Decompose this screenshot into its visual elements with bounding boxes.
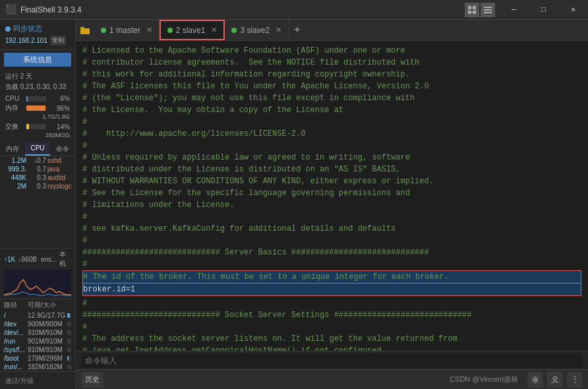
term-line: # limitations under the License. [82, 199, 581, 211]
term-line: # the License. You may obtain a copy of … [82, 104, 581, 116]
disk-section: 路径 可用/大小 / 12.9G/17.7G /dev 900M/900M /d… [0, 299, 75, 371]
term-line: # The ASF licenses this file to You unde… [82, 80, 581, 92]
tab-cmd[interactable]: 命令 [50, 142, 75, 156]
bottom-toolbar: 历史 CSDN @Vincent道格 ⋮ [76, 369, 588, 389]
ip-row: 192.168.2.101 复制 [5, 36, 70, 45]
swap-stat-row: 交换 14% [0, 121, 75, 132]
term-line: # The address the socket server listens … [82, 333, 581, 345]
disk-path-label: 路径 [4, 301, 25, 310]
svg-point-8 [554, 376, 557, 380]
command-bar [76, 351, 588, 369]
disk-header: 路径 可用/大小 [0, 299, 75, 311]
term-line: # [82, 321, 581, 333]
process-list: 1.2M ↓0.7 sshd 999.3. 0.7 java 448K 0.3 … [0, 156, 75, 248]
svg-rect-4 [484, 7, 492, 8]
proc-val: 0.7 [28, 165, 46, 173]
add-tab-button[interactable]: + [289, 24, 306, 36]
cpu-bar [26, 96, 28, 102]
proc-val: 0.3 [28, 174, 46, 181]
proc-val: 0.3 [28, 183, 46, 190]
list-view-btn[interactable] [481, 3, 495, 17]
grid-view-btn[interactable] [465, 3, 479, 17]
tab-slave1-close[interactable]: ✕ [211, 26, 217, 34]
more-button[interactable]: ⋮ [567, 372, 583, 388]
tab-cpu[interactable]: CPU [25, 142, 50, 156]
svg-rect-1 [473, 6, 476, 9]
cpu-value: 6% [49, 95, 70, 102]
folder-icon [76, 25, 94, 36]
tab-slave1[interactable]: 2 slave1 ✕ [160, 20, 225, 40]
user-button[interactable] [547, 372, 563, 388]
net-down: ↓960B [18, 256, 37, 263]
tab-status-dot [167, 28, 173, 33]
list-item: /sys/f... 910M/910M [0, 345, 75, 354]
mem-bar-bg [26, 105, 46, 111]
disk-path: /sys/f... [4, 346, 25, 353]
tab-master[interactable]: 1 master ✕ [94, 20, 160, 40]
disk-bar-bg [67, 313, 71, 318]
swap-pct: 14% [49, 123, 70, 131]
cpu-label: CPU [5, 95, 24, 102]
command-input[interactable] [81, 353, 583, 368]
tab-slave2-close[interactable]: ✕ [276, 26, 281, 34]
activate-button[interactable]: 激活/升级 [5, 377, 34, 384]
highlight-line-2: broker.id=1 [82, 284, 581, 296]
disk-path: /dev/... [4, 329, 25, 336]
sync-dot [5, 26, 11, 32]
cpu-bar-bg [26, 96, 46, 102]
term-line: # contributor license agreements. See th… [82, 57, 581, 69]
sidebar-header: 同步状态 192.168.2.101 复制 [0, 20, 75, 50]
disk-path: /run [4, 338, 25, 345]
history-button[interactable]: 历史 [81, 372, 103, 388]
watermark: CSDN @Vincent道格 [450, 374, 518, 384]
proc-name: sshd [47, 157, 73, 164]
disk-path: /dev [4, 320, 25, 328]
highlight-line-1: # The id of the broker. This must be set… [82, 270, 581, 284]
disk-bar-bg [67, 330, 71, 335]
disk-bar-bg [67, 322, 71, 326]
tab-slave2[interactable]: 3 slave2 ✕ [225, 20, 289, 40]
network-sparkline: 0ms 1 0 0 [4, 270, 71, 296]
list-item: /dev 900M/900M [0, 320, 75, 328]
tab-mem[interactable]: 内存 [0, 142, 25, 156]
disk-path: /run/... [4, 363, 25, 371]
disk-bar [67, 356, 69, 361]
proc-name: rsyslogc [47, 183, 73, 190]
term-line: # java.net.InetAddress.getCanonicalHostN… [82, 345, 581, 351]
swap-label: 交换 [5, 122, 24, 131]
list-item: 448K 0.3 auditd [0, 173, 75, 182]
term-line: # see kafka.server.KafkaConfig for addit… [82, 223, 581, 235]
mem-detail: 1.7G/1.8G [42, 113, 70, 120]
disk-avail: 910M/910M [28, 329, 65, 336]
main-layout: 同步状态 192.168.2.101 复制 系统信息 运行 2 天 负载 0.2… [0, 20, 588, 389]
swap-detail: 292M/2G [45, 132, 70, 138]
tab-master-close[interactable]: ✕ [146, 26, 152, 34]
cpu-stat-row: CPU 6% [0, 94, 75, 103]
proc-size: 1.2M [3, 157, 26, 164]
disk-avail-label: 可用/大小 [28, 301, 56, 310]
maximize-button[interactable]: □ [529, 0, 558, 20]
swap-bar [26, 124, 29, 129]
runtime-label: 运行 2 天 [0, 69, 75, 82]
disk-bar-bg [67, 347, 71, 352]
disk-bar [67, 313, 70, 318]
settings-button[interactable] [527, 372, 543, 388]
mem-label: 内存 [5, 104, 24, 113]
term-line: # See the License for the specific langu… [82, 187, 581, 199]
disk-avail: 182M/182M [28, 363, 65, 371]
disk-list: / 12.9G/17.7G /dev 900M/900M /dev/... 91… [0, 311, 75, 371]
svg-rect-3 [473, 11, 476, 14]
term-line: # [82, 140, 581, 152]
mem-bar [26, 105, 45, 111]
close-button[interactable]: ✕ [558, 0, 588, 20]
tab-slave2-label: 3 slave2 [240, 26, 270, 35]
term-line: # this work for additional information r… [82, 69, 581, 80]
sync-status[interactable]: 同步状态 [5, 24, 70, 34]
copy-ip-button[interactable]: 复制 [50, 36, 66, 45]
svg-rect-0 [468, 6, 471, 9]
disk-path: /boot [4, 355, 25, 362]
disk-avail: 179M/296M [28, 355, 65, 362]
sysinfo-button[interactable]: 系统信息 [4, 53, 71, 67]
minimize-button[interactable]: ─ [499, 0, 529, 20]
terminal[interactable]: # Licensed to the Apache Software Founda… [76, 41, 588, 351]
